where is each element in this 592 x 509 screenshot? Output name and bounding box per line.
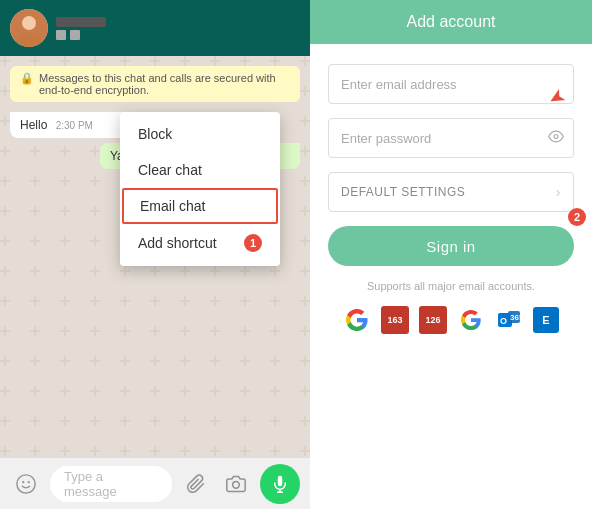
wa-header	[0, 0, 310, 56]
provider-google[interactable]	[457, 306, 485, 334]
svg-text:365: 365	[510, 313, 521, 322]
wa-chat-body: 🔒 Messages to this chat and calls are se…	[0, 56, 310, 457]
provider-google-multi[interactable]	[343, 306, 371, 334]
account-body: ➤ DEFAULT SETTINGS › 2 Sign in Supports …	[310, 44, 592, 509]
step2-badge: 2	[568, 208, 586, 226]
camera-button[interactable]	[220, 468, 252, 500]
email-input-wrap	[328, 64, 574, 104]
encryption-text: Messages to this chat and calls are secu…	[39, 72, 290, 96]
svg-point-1	[22, 16, 36, 30]
supports-text: Supports all major email accounts.	[328, 280, 574, 292]
context-menu-clear-chat[interactable]: Clear chat	[120, 152, 280, 188]
svg-point-5	[28, 481, 30, 483]
whatsapp-panel: 🔒 Messages to this chat and calls are se…	[0, 0, 310, 509]
svg-point-9	[554, 135, 558, 139]
message-input[interactable]: Type a message	[50, 466, 172, 502]
eye-icon[interactable]	[548, 129, 564, 148]
svg-point-4	[22, 481, 24, 483]
account-header: Add account	[310, 0, 592, 44]
emoji-button[interactable]	[10, 468, 42, 500]
provider-exchange[interactable]: E	[533, 307, 559, 333]
wa-header-info	[56, 17, 300, 40]
bubble-text: Hello	[20, 118, 47, 132]
mic-button[interactable]	[260, 464, 300, 504]
context-menu: Block Clear chat Email chat Add shortcut…	[120, 112, 280, 266]
default-settings-wrap: DEFAULT SETTINGS › 2	[328, 172, 574, 212]
provider-163-label: 163	[387, 315, 402, 325]
default-settings-button[interactable]: DEFAULT SETTINGS ›	[328, 172, 574, 212]
provider-126-label: 126	[425, 315, 440, 325]
password-input[interactable]	[328, 118, 574, 158]
default-settings-label: DEFAULT SETTINGS	[341, 185, 465, 199]
svg-point-6	[233, 481, 240, 488]
provider-126[interactable]: 126	[419, 306, 447, 334]
wa-status	[56, 30, 300, 40]
message-placeholder: Type a message	[64, 469, 158, 499]
step1-badge: 1	[244, 234, 262, 252]
attachment-button[interactable]	[180, 468, 212, 500]
account-title: Add account	[407, 13, 496, 31]
encryption-notice: 🔒 Messages to this chat and calls are se…	[10, 66, 300, 102]
context-menu-block[interactable]: Block	[120, 116, 280, 152]
provider-outlook[interactable]: O365	[495, 306, 523, 334]
context-menu-email-chat[interactable]: Email chat	[122, 188, 278, 224]
wa-contact-name	[56, 17, 106, 27]
wa-input-area: Type a message	[0, 457, 310, 509]
password-input-wrap: ➤	[328, 118, 574, 158]
chevron-right-icon: ›	[556, 184, 561, 200]
signin-button[interactable]: Sign in	[328, 226, 574, 266]
context-menu-add-shortcut[interactable]: Add shortcut 1	[120, 224, 280, 262]
avatar	[10, 9, 48, 47]
provider-163[interactable]: 163	[381, 306, 409, 334]
account-panel: Add account ➤ DEFAULT SETTINGS › 2 Sign …	[310, 0, 592, 509]
lock-icon: 🔒	[20, 72, 34, 85]
bubble-time: 2:30 PM	[56, 120, 93, 131]
svg-point-3	[17, 474, 35, 492]
provider-exchange-label: E	[542, 314, 549, 326]
svg-text:O: O	[500, 316, 507, 326]
email-providers: 163 126 O365 E	[328, 306, 574, 334]
email-input[interactable]	[328, 64, 574, 104]
